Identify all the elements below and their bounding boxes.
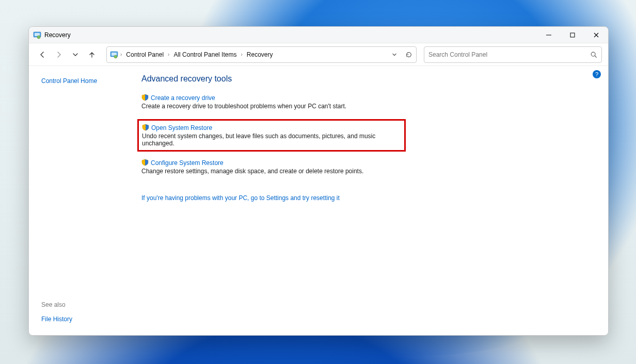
configure-system-restore-link[interactable]: Configure System Restore <box>151 159 224 167</box>
side-pane: Control Panel Home See also File History <box>29 66 137 335</box>
app-icon <box>33 31 41 39</box>
svg-point-2 <box>37 36 40 39</box>
content-pane: Advanced recovery tools Create a recover… <box>137 66 608 335</box>
breadcrumb-item[interactable]: All Control Panel Items <box>171 50 239 59</box>
window-body: ? Control Panel Home See also File Histo… <box>29 66 608 335</box>
breadcrumb-item[interactable]: Control Panel <box>124 50 166 59</box>
create-recovery-drive-link[interactable]: Create a recovery drive <box>151 94 215 102</box>
search-input[interactable] <box>428 51 590 58</box>
breadcrumb: Control Panel › All Control Panel Items … <box>124 50 388 59</box>
breadcrumb-separator: › <box>241 52 242 57</box>
address-bar[interactable]: › Control Panel › All Control Panel Item… <box>106 46 417 63</box>
highlight-box: Open System Restore Undo recent system c… <box>137 119 406 152</box>
breadcrumb-item[interactable]: Recovery <box>245 50 275 59</box>
control-panel-home-link[interactable]: Control Panel Home <box>41 77 137 85</box>
shield-icon <box>141 159 149 166</box>
item-description: Change restore settings, manage disk spa… <box>141 168 594 175</box>
minimize-button[interactable] <box>537 27 561 43</box>
window-title: Recovery <box>44 31 71 39</box>
file-history-link[interactable]: File History <box>41 316 72 323</box>
maximize-button[interactable] <box>561 27 584 43</box>
recovery-tool-item: Open System Restore Undo recent system c… <box>142 124 401 147</box>
svg-point-9 <box>114 55 117 58</box>
close-button[interactable] <box>584 27 608 43</box>
search-box[interactable] <box>424 46 602 63</box>
control-panel-window: Recovery <box>28 26 609 336</box>
forward-button[interactable] <box>52 47 66 62</box>
search-icon <box>590 51 597 58</box>
svg-rect-4 <box>570 33 575 37</box>
titlebar: Recovery <box>29 27 608 43</box>
reset-pc-link[interactable]: If you're having problems with your PC, … <box>141 194 340 202</box>
breadcrumb-separator: › <box>168 52 169 57</box>
refresh-icon[interactable] <box>405 51 413 59</box>
control-panel-icon <box>110 51 118 59</box>
back-button[interactable] <box>35 47 50 62</box>
up-button[interactable] <box>85 47 99 62</box>
recovery-tool-item: Create a recovery drive Create a recover… <box>141 94 594 110</box>
see-also-label: See also <box>41 301 137 308</box>
page-heading: Advanced recovery tools <box>141 74 594 84</box>
nav-row: › Control Panel › All Control Panel Item… <box>29 43 608 66</box>
chevron-down-icon[interactable] <box>390 51 399 59</box>
item-description: Create a recovery drive to troubleshoot … <box>141 103 594 110</box>
open-system-restore-link[interactable]: Open System Restore <box>151 124 212 131</box>
shield-icon <box>141 94 149 101</box>
item-description: Undo recent system changes, but leave fi… <box>142 133 401 147</box>
recovery-tool-item: Configure System Restore Change restore … <box>141 159 594 175</box>
recent-locations-button[interactable] <box>68 47 83 62</box>
shield-icon <box>142 124 149 131</box>
breadcrumb-separator: › <box>120 52 122 57</box>
svg-line-11 <box>595 56 596 57</box>
